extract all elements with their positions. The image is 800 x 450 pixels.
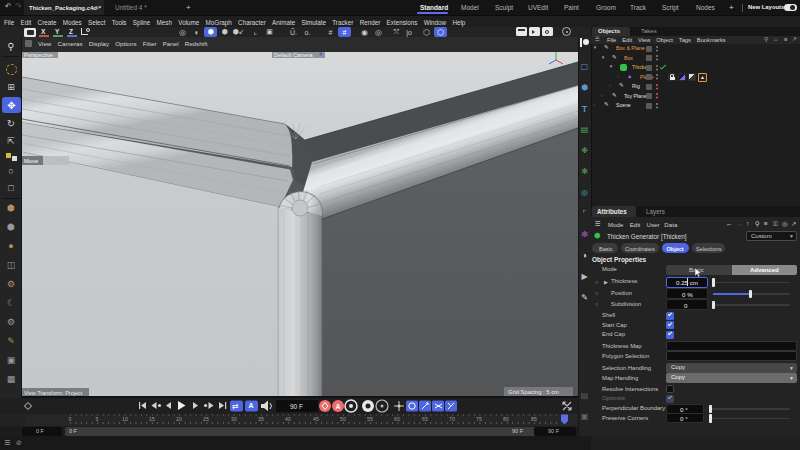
svg-text:30: 30 xyxy=(231,416,237,422)
svg-text:Grid Spacing : 5 cm: Grid Spacing : 5 cm xyxy=(508,389,559,395)
svg-text:70: 70 xyxy=(449,416,455,422)
svg-text:Perspective: Perspective xyxy=(24,52,53,58)
svg-text:25: 25 xyxy=(203,416,209,422)
svg-text:0: 0 xyxy=(69,416,72,422)
svg-text:Default Camera: Default Camera xyxy=(274,52,313,58)
svg-text:15: 15 xyxy=(149,416,155,422)
svg-text:A: A xyxy=(249,402,254,409)
svg-text:80: 80 xyxy=(503,416,509,422)
svg-text:60: 60 xyxy=(394,416,400,422)
svg-text:45: 45 xyxy=(313,416,319,422)
svg-text:90 F: 90 F xyxy=(290,403,303,410)
svg-text:5: 5 xyxy=(96,416,99,422)
svg-text:20: 20 xyxy=(176,416,182,422)
svg-text:A: A xyxy=(336,403,341,410)
svg-text:⇄: ⇄ xyxy=(232,402,239,411)
svg-text:View Transform: Project: View Transform: Project xyxy=(24,390,83,396)
svg-text:85: 85 xyxy=(531,416,537,422)
svg-text:50: 50 xyxy=(340,416,346,422)
svg-text:35: 35 xyxy=(258,416,264,422)
svg-text:75: 75 xyxy=(476,416,482,422)
svg-text:65: 65 xyxy=(422,416,428,422)
svg-text:40: 40 xyxy=(285,416,291,422)
svg-text:10: 10 xyxy=(122,416,128,422)
svg-text:Move: Move xyxy=(24,158,38,164)
svg-text:55: 55 xyxy=(367,416,373,422)
